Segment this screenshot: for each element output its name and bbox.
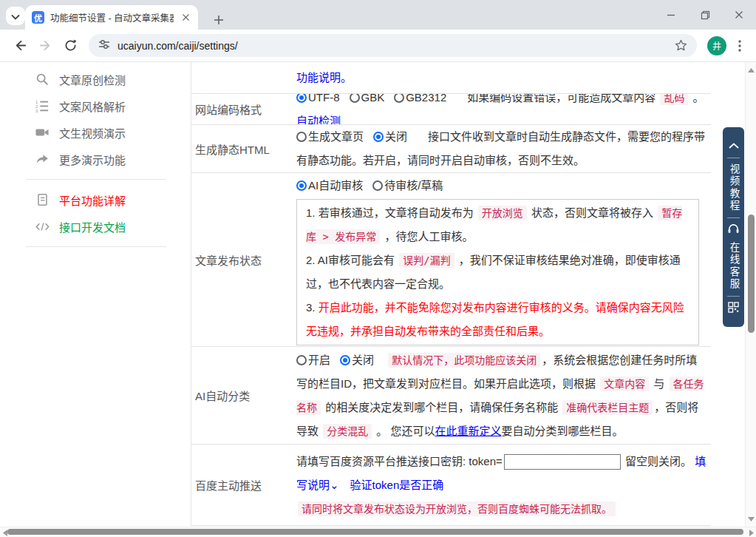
code-icon — [35, 220, 50, 233]
radio-label: 开启 — [308, 354, 330, 366]
settings-row: AI自动分类开启关闭 默认情况下，此项功能应该关闭，系统会根据您创建任务时所填写… — [191, 347, 711, 445]
row-content: 功能说明。 — [296, 62, 711, 93]
text: 。 — [689, 94, 704, 104]
text: ，待您人工审核。 — [381, 230, 473, 243]
settings-row: 百度主动推送请填写百度资源平台推送接口密钥: token= 留空则关闭。 填写说… — [191, 445, 711, 526]
horizontal-scrollbar-thumb[interactable] — [7, 529, 743, 535]
divider — [26, 179, 166, 180]
video-tutorial-button[interactable]: 视频教程 — [726, 158, 741, 217]
radio-button[interactable] — [372, 180, 383, 191]
sidebar-item[interactable]: 更多演示功能 — [0, 146, 191, 172]
browser-tab[interactable]: 优 功能细节设置 - 自动文章采集器 — [25, 5, 198, 30]
browser-toolbar: ucaiyun.com/caiji/settings/ 井 — [0, 30, 756, 62]
tab-close-icon[interactable] — [180, 12, 191, 24]
sidebar-item-label: 文案风格解析 — [59, 98, 126, 114]
text: 状态，否则文章将被存入 — [528, 206, 656, 219]
scroll-down-arrow[interactable] — [746, 514, 756, 524]
scroll-right-arrow[interactable] — [746, 528, 756, 537]
reload-button[interactable] — [58, 33, 83, 58]
sidebar-item[interactable]: 平台功能详解 — [0, 186, 191, 213]
divider — [26, 246, 166, 247]
link[interactable]: 自动检测 — [296, 115, 341, 126]
link[interactable]: 在此重新定义 — [435, 425, 502, 437]
link[interactable]: 功能说明。 — [296, 71, 352, 84]
sidebar-item-label: 文章原创检测 — [59, 72, 126, 87]
row-label: 网站编码格式 — [191, 94, 296, 124]
token-input[interactable] — [504, 454, 621, 470]
radio-label: AI自动审核 — [308, 179, 363, 192]
radio-option[interactable]: 生成文章页 — [296, 130, 364, 143]
restore-button[interactable] — [688, 0, 722, 30]
window-controls — [654, 0, 756, 30]
row-label: 生成静态HTML — [191, 125, 296, 172]
sidebar: 文章原创检测123文案风格解析文生视频演示更多演示功能平台功能详解接口开发文档 — [0, 62, 191, 254]
floating-toolbar: 视频教程 在线客服 — [723, 127, 744, 327]
browser-menu-button[interactable] — [731, 33, 749, 58]
headset-icon — [727, 223, 740, 237]
radio-option[interactable]: 关闭 — [373, 130, 407, 143]
sidebar-item-label: 平台功能详解 — [59, 192, 126, 208]
address-bar[interactable]: ucaiyun.com/caiji/settings/ — [89, 34, 697, 57]
row-label: 文章发布状态 — [191, 173, 296, 346]
radio-button[interactable] — [350, 94, 360, 103]
back-button[interactable] — [7, 33, 33, 58]
site-settings-icon[interactable] — [98, 38, 110, 53]
highlight-text: 文章内容 — [600, 376, 649, 391]
vertical-scrollbar-thumb[interactable] — [748, 215, 755, 333]
radio-label: 关闭 — [352, 354, 374, 366]
scroll-up-arrow[interactable] — [746, 65, 756, 75]
radio-button[interactable] — [340, 355, 350, 365]
vertical-scrollbar[interactable] — [745, 62, 756, 527]
sidebar-item-label: 文生视频演示 — [59, 125, 126, 141]
share-arrow-icon — [35, 152, 50, 166]
text: 3. — [306, 301, 319, 314]
radio-button[interactable] — [373, 132, 384, 142]
row-content: AI自动审核待审核/草稿1. 若审核通过，文章将自动发布为 开放浏览 状态，否则… — [296, 173, 711, 346]
radio-label: GBK — [361, 94, 385, 104]
radio-label: 关闭 — [385, 130, 407, 143]
qr-code-button[interactable] — [728, 297, 739, 321]
tab-search-button[interactable] — [6, 7, 25, 25]
sidebar-item[interactable]: 123文案风格解析 — [0, 92, 191, 119]
forward-button[interactable] — [33, 33, 58, 58]
radio-button[interactable] — [394, 94, 404, 103]
tab-strip: 优 功能细节设置 - 自动文章采集器 — [0, 0, 756, 30]
horizontal-scrollbar[interactable] — [0, 527, 756, 537]
bookmark-star-icon[interactable] — [670, 38, 692, 53]
radio-option[interactable]: GB2312 — [394, 94, 446, 104]
radio-label: 生成文章页 — [308, 130, 364, 143]
radio-option[interactable]: GBK — [350, 94, 385, 104]
search-icon — [35, 72, 50, 86]
online-service-button[interactable]: 在线客服 — [726, 218, 741, 296]
numbered-list-icon: 123 — [35, 99, 50, 112]
radio-option[interactable]: UTF-8 — [296, 94, 340, 104]
link[interactable]: 验证token是否正确 — [350, 479, 444, 491]
row-label — [191, 62, 296, 93]
highlight-text: 乱码 — [660, 94, 688, 105]
back-to-top-button[interactable] — [728, 134, 740, 158]
text — [339, 479, 350, 491]
radio-button[interactable] — [296, 132, 307, 142]
online-service-label: 在线客服 — [726, 242, 741, 291]
minimize-button[interactable] — [654, 0, 688, 30]
url-text[interactable]: ucaiyun.com/caiji/settings/ — [118, 40, 662, 52]
radio-option[interactable]: 关闭 — [340, 354, 374, 366]
radio-label: GB2312 — [406, 94, 446, 104]
sidebar-item-label: 更多演示功能 — [59, 152, 126, 167]
video-camera-icon — [35, 126, 50, 139]
qr-code-icon — [728, 302, 739, 316]
new-tab-button[interactable] — [208, 10, 229, 30]
row-label: AI自动分类 — [191, 347, 296, 444]
radio-option[interactable]: 开启 — [296, 354, 330, 366]
profile-avatar[interactable]: 井 — [707, 36, 726, 55]
radio-button[interactable] — [296, 355, 307, 365]
radio-button[interactable] — [296, 180, 307, 191]
radio-option[interactable]: AI自动审核 — [296, 179, 363, 192]
row-content: UTF-8GBKGB2312 如果编码设置错误，可能造成文章内容 乱码 。 自动… — [296, 94, 711, 124]
radio-button[interactable] — [296, 94, 307, 103]
sidebar-item[interactable]: 文生视频演示 — [0, 119, 191, 146]
close-window-button[interactable] — [722, 0, 756, 30]
sidebar-item[interactable]: 接口开发文档 — [0, 213, 191, 240]
radio-option[interactable]: 待审核/草稿 — [372, 179, 443, 192]
sidebar-item[interactable]: 文章原创检测 — [0, 66, 191, 92]
